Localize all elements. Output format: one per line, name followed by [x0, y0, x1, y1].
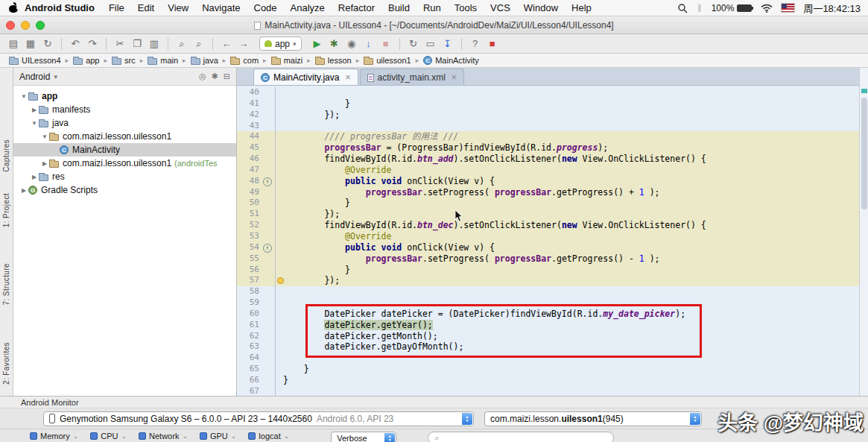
project-tree-item-manifests[interactable]: ▶manifests [13, 103, 236, 116]
tree-open-arrow-icon[interactable]: ▼ [19, 93, 28, 100]
monitor-tab-cpu[interactable]: CPU⌄ [90, 432, 127, 441]
stripe-tab-project[interactable]: 1: Project [2, 193, 10, 227]
close-tab-icon[interactable]: × [345, 72, 350, 83]
breadcrumb-main[interactable]: main [146, 56, 180, 65]
project-tree-item-com.maizi.lesson.uilesson1[interactable]: ▶com.maizi.lesson.uilesson1(androidTes [13, 157, 236, 170]
redo-icon[interactable]: ↷ [85, 37, 100, 51]
apple-menu-icon[interactable] [9, 2, 19, 13]
stop-icon[interactable]: ■ [378, 37, 393, 51]
spotlight-search-icon[interactable] [677, 3, 688, 13]
tree-closed-arrow-icon[interactable]: ▶ [30, 107, 39, 113]
replace-icon[interactable]: ⌕ [191, 37, 206, 51]
project-tree-item-app[interactable]: ▼app [13, 89, 236, 103]
code-line-65: 65 } [237, 364, 859, 375]
tree-closed-arrow-icon[interactable]: ▶ [40, 160, 49, 167]
menu-item-build[interactable]: Build [381, 2, 416, 13]
project-tree-item-gradle-scripts[interactable]: ▶Gradle Scripts [13, 183, 236, 197]
editor-tab-mainactivity.java[interactable]: MainActivity.java× [253, 69, 358, 85]
save-all-icon[interactable]: ▦ [23, 37, 38, 51]
monitor-tab-logcat[interactable]: logcat⌄ [248, 432, 289, 441]
run-coverage-icon[interactable]: ◉ [344, 37, 359, 51]
menu-item-refactor[interactable]: Refactor [332, 2, 381, 13]
paste-icon[interactable]: ▥ [147, 37, 162, 51]
project-tree-item-com.maizi.lesson.uilesson1[interactable]: ▼com.maizi.lesson.uilesson1 [13, 130, 236, 143]
attach-debugger-icon[interactable]: ↓ [361, 37, 376, 51]
debug-icon[interactable]: ✱ [327, 37, 342, 51]
device-selector[interactable]: Genymotion Samsung Galaxy S6 – 6.0.0 – A… [43, 411, 474, 426]
project-tree-item-java[interactable]: ▼java [13, 116, 236, 130]
code-line-54: 54 public void onClick(View v) { [237, 242, 859, 253]
breadcrumb-src[interactable]: src [110, 56, 137, 65]
menu-item-file[interactable]: File [102, 2, 131, 13]
menu-item-window[interactable]: Window [517, 2, 565, 13]
menu-item-analyze[interactable]: Analyze [284, 2, 332, 13]
editor-scrollbar[interactable] [859, 68, 868, 396]
menu-item-help[interactable]: Help [565, 2, 598, 13]
menu-item-code[interactable]: Code [247, 2, 284, 13]
collapse-all-icon[interactable]: ⊟ [224, 72, 230, 81]
close-window-button[interactable] [6, 21, 15, 30]
override-gutter-icon[interactable] [259, 176, 276, 187]
menu-item-tools[interactable]: Tools [448, 2, 484, 13]
find-icon[interactable]: ⌕ [174, 37, 189, 51]
override-gutter-icon[interactable] [259, 242, 276, 253]
tree-open-arrow-icon[interactable]: ▼ [30, 120, 39, 127]
menu-item-view[interactable]: View [161, 2, 195, 13]
monitor-tab-memory[interactable]: Memory⌄ [30, 432, 78, 441]
breadcrumb-java[interactable]: java [189, 56, 220, 65]
copy-icon[interactable]: ❐ [130, 37, 145, 51]
breadcrumb-uilesson4[interactable]: UILesson4 [7, 56, 63, 65]
project-tree-item-mainactivity[interactable]: MainActivity [13, 143, 236, 157]
code-line-66: 66} [237, 375, 859, 386]
help-icon[interactable]: ? [468, 37, 483, 51]
stripe-tab-captures[interactable]: Captures [2, 139, 10, 172]
stripe-tab-structure[interactable]: 7: Structure [2, 263, 10, 306]
breadcrumb-mainactivity[interactable]: MainActivity [422, 56, 481, 65]
menu-item-edit[interactable]: Edit [131, 2, 161, 13]
stop-process-icon[interactable]: ■ [485, 37, 500, 51]
breadcrumb-maizi[interactable]: maizi [270, 56, 305, 65]
minimize-window-button[interactable] [21, 21, 30, 30]
breadcrumb-lesson[interactable]: lesson [314, 56, 353, 65]
project-view-selector[interactable]: Android [19, 72, 50, 82]
run-icon[interactable]: ▶ [310, 37, 325, 51]
locate-icon[interactable]: ◎ [199, 72, 206, 81]
stripe-tab-favorites[interactable]: 2: Favorites [2, 342, 10, 385]
cut-icon[interactable]: ✂ [113, 37, 127, 51]
breadcrumb-uilesson1[interactable]: uilesson1 [362, 56, 412, 65]
zoom-window-button[interactable] [36, 21, 45, 30]
sdk-manager-icon[interactable]: ↧ [440, 37, 455, 51]
menu-android-studio[interactable]: Android Studio [23, 2, 102, 13]
menu-item-navigate[interactable]: Navigate [195, 2, 247, 13]
tree-closed-arrow-icon[interactable]: ▶ [19, 187, 28, 194]
sync-icon[interactable]: ↻ [40, 37, 55, 51]
project-tree-item-res[interactable]: ▶res [13, 170, 236, 183]
avd-manager-icon[interactable]: ▭ [423, 37, 438, 51]
breadcrumb-com[interactable]: com [229, 56, 260, 65]
logcat-search-input[interactable]: ⌕ [428, 432, 614, 442]
settings-gear-icon[interactable]: ✱ [212, 72, 218, 81]
tree-open-arrow-icon[interactable]: ▼ [40, 133, 49, 140]
code-editor[interactable]: 4041 }42 });4344 //// progressBar 的用法 //… [237, 86, 859, 396]
breadcrumb-app[interactable]: app [72, 56, 101, 65]
monitor-tab-gpu[interactable]: GPU⌄ [200, 432, 236, 441]
log-level-selector[interactable]: Verbose ▲▼ [331, 432, 396, 442]
bluetooth-icon[interactable]: ᛒ [697, 3, 702, 13]
undo-icon[interactable]: ↶ [68, 37, 83, 51]
us-flag-icon[interactable] [782, 4, 794, 12]
menu-item-vcs[interactable]: VCS [484, 2, 517, 13]
wifi-icon[interactable] [761, 4, 773, 13]
menu-item-run[interactable]: Run [416, 2, 448, 13]
scrollbar-thumb[interactable] [861, 98, 867, 209]
back-icon[interactable]: ← [219, 37, 234, 51]
editor-tab-activity_main.xml[interactable]: activity_main.xml× [360, 69, 464, 85]
forward-icon[interactable]: → [236, 37, 251, 51]
process-selector[interactable]: com.maizi.lesson.uilesson1 (945) ▲▼ [484, 411, 702, 426]
close-tab-icon[interactable]: × [452, 72, 457, 83]
android-monitor-header[interactable]: Android Monitor [0, 396, 868, 408]
sync-gradle-icon[interactable]: ↻ [406, 37, 421, 51]
run-config-selector[interactable]: app ▾ [259, 37, 302, 51]
open-project-icon[interactable]: ▤ [6, 37, 21, 51]
monitor-tab-network[interactable]: Network⌄ [139, 432, 188, 441]
tree-closed-arrow-icon[interactable]: ▶ [30, 174, 39, 180]
